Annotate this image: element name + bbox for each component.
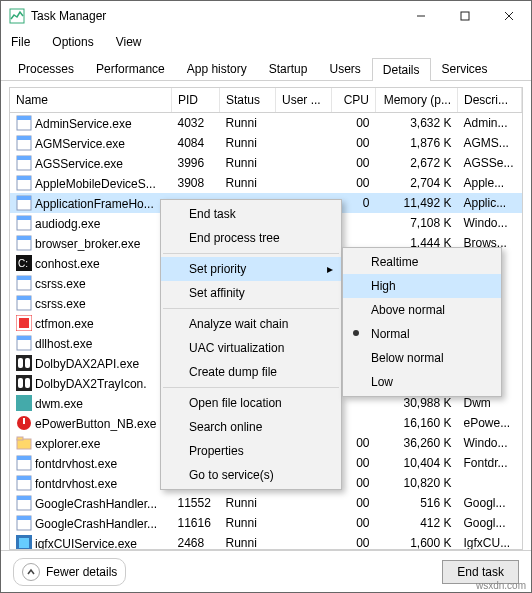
prio-high[interactable]: High [343,274,501,298]
process-icon: C: [16,255,32,271]
process-icon [16,295,32,311]
cell-desc: Admin... [458,113,522,134]
table-row[interactable]: igfxCUIService.exe2468Runni001,600 KIgfx… [10,533,522,550]
cell-desc: Apple... [458,173,522,193]
process-icon [16,395,32,411]
ctx-search-online[interactable]: Search online [161,415,341,439]
col-status[interactable]: Status [220,88,276,113]
table-row[interactable]: GoogleCrashHandler...11616Runni00412 KGo… [10,513,522,533]
cell-user [276,493,332,513]
col-pid[interactable]: PID [172,88,220,113]
ctx-open-location[interactable]: Open file location [161,391,341,415]
cell-cpu: 00 [332,493,376,513]
submenu-arrow-icon: ▸ [327,262,333,276]
cell-name: dllhost.exe [10,333,172,353]
tabstrip: Processes Performance App history Startu… [1,53,531,81]
menu-options[interactable]: Options [48,33,97,51]
svg-rect-34 [25,378,30,388]
process-icon [16,175,32,191]
col-name[interactable]: Name [10,88,172,113]
cell-pid: 2468 [172,533,220,550]
cell-status: Runni [220,493,276,513]
cell-memory: 3,632 K [376,113,458,134]
svg-rect-49 [19,538,29,548]
cell-memory: 11,492 K [376,193,458,213]
cell-pid: 3908 [172,173,220,193]
ctx-dump[interactable]: Create dump file [161,360,341,384]
cell-name: DolbyDAX2TrayIcon. [10,373,172,393]
cell-user [276,173,332,193]
process-icon [16,115,32,131]
tab-processes[interactable]: Processes [7,57,85,80]
svg-rect-39 [17,437,23,440]
close-button[interactable] [487,1,531,31]
ctx-end-tree[interactable]: End process tree [161,226,341,250]
cell-cpu: 00 [332,133,376,153]
svg-rect-22 [17,276,31,280]
chevron-up-icon [22,563,40,581]
col-user[interactable]: User ... [276,88,332,113]
prio-normal[interactable]: Normal [343,322,501,346]
col-memory[interactable]: Memory (p... [376,88,458,113]
process-icon [16,315,32,331]
cell-name: igfxCUIService.exe [10,533,172,550]
fewer-details-button[interactable]: Fewer details [13,558,126,586]
ctx-set-priority[interactable]: Set priority ▸ [161,257,341,281]
prio-below[interactable]: Below normal [343,346,501,370]
process-icon [16,375,32,391]
table-row[interactable]: AppleMobileDeviceS...3908Runni002,704 KA… [10,173,522,193]
cell-cpu: 00 [332,153,376,173]
table-row[interactable]: AGSService.exe3996Runni002,672 KAGSSe... [10,153,522,173]
cell-user [276,113,332,134]
ctx-set-affinity[interactable]: Set affinity [161,281,341,305]
prio-realtime[interactable]: Realtime [343,250,501,274]
ctx-properties[interactable]: Properties [161,439,341,463]
footer: Fewer details End task [1,550,531,592]
cell-name: AppleMobileDeviceS... [10,173,172,193]
svg-rect-30 [18,358,23,368]
table-row[interactable]: GoogleCrashHandler...11552Runni00516 KGo… [10,493,522,513]
cell-name: AGSService.exe [10,153,172,173]
process-icon [16,355,32,371]
prio-low[interactable]: Low [343,370,501,394]
col-cpu[interactable]: CPU [332,88,376,113]
svg-rect-45 [17,496,31,500]
prio-above[interactable]: Above normal [343,298,501,322]
ctx-end-task[interactable]: End task [161,202,341,226]
process-icon [16,455,32,471]
table-row[interactable]: AdminService.exe4032Runni003,632 KAdmin.… [10,113,522,134]
svg-rect-37 [23,418,25,424]
cell-desc: IgfxCU... [458,533,522,550]
tab-apphistory[interactable]: App history [176,57,258,80]
tab-details[interactable]: Details [372,58,431,81]
cell-pid: 11616 [172,513,220,533]
cell-name: dwm.exe [10,393,172,413]
menu-file[interactable]: File [7,33,34,51]
cell-user [276,533,332,550]
cell-desc: Googl... [458,513,522,533]
cell-memory: 516 K [376,493,458,513]
cell-name: C:conhost.exe [10,253,172,273]
ctx-analyze[interactable]: Analyze wait chain [161,312,341,336]
cell-user [276,513,332,533]
minimize-button[interactable] [399,1,443,31]
svg-rect-26 [19,318,29,328]
maximize-button[interactable] [443,1,487,31]
tab-users[interactable]: Users [318,57,371,80]
separator [163,253,339,254]
cell-status: Runni [220,173,276,193]
selected-bullet-icon [353,330,359,336]
tab-startup[interactable]: Startup [258,57,319,80]
cell-memory: 10,820 K [376,473,458,493]
svg-rect-10 [17,156,31,160]
table-row[interactable]: AGMService.exe4084Runni001,876 KAGMS... [10,133,522,153]
cell-pid: 3996 [172,153,220,173]
ctx-uac[interactable]: UAC virtualization [161,336,341,360]
ctx-go-service[interactable]: Go to service(s) [161,463,341,487]
cell-status: Runni [220,153,276,173]
tab-performance[interactable]: Performance [85,57,176,80]
tab-services[interactable]: Services [431,57,499,80]
col-desc[interactable]: Descri... [458,88,522,113]
svg-rect-47 [17,516,31,520]
menu-view[interactable]: View [112,33,146,51]
